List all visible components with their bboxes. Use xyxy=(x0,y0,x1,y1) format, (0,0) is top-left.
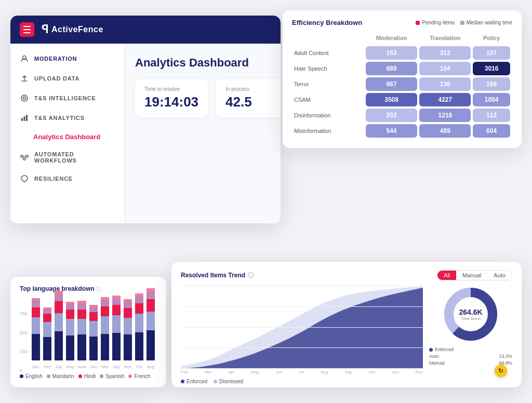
sidebar-item-ts-intelligence[interactable]: T&S INTELLIGENCE xyxy=(10,88,124,108)
metric-label-resolve: Time to resolve xyxy=(144,86,198,92)
sidebar-item-automated-workflows[interactable]: AUTOMATED WORKFLOWS xyxy=(10,146,124,169)
eff-row-label-2: Terror xyxy=(294,77,364,91)
lang-dot-2 xyxy=(78,374,82,378)
hamburger-button[interactable] xyxy=(20,22,34,37)
efficiency-table: Moderation Translation Policy Adult Cont… xyxy=(292,33,512,140)
legend-pending: Pending items xyxy=(416,20,455,25)
bar-group-10 xyxy=(147,288,155,360)
x-label-3: May xyxy=(66,365,74,369)
sidebar-resilience-label: RESILIENCE xyxy=(34,176,73,182)
sidebar-moderation-label: MODERATION xyxy=(34,56,77,62)
toggle-auto[interactable]: Auto xyxy=(487,271,512,280)
eff-cell-0-1: 312 xyxy=(419,46,471,60)
sidebar-item-upload[interactable]: UPLOAD DATA xyxy=(10,69,124,88)
lang-legend-item-3: Spanish xyxy=(100,373,124,379)
lang-dot-3 xyxy=(100,374,103,378)
y-label-500: 500 xyxy=(20,330,28,335)
donut-sub: Total items xyxy=(459,316,482,321)
svg-rect-7 xyxy=(26,155,28,157)
efficiency-breakdown-card: Efficiency Breakdown Pending items Media… xyxy=(283,10,522,148)
eff-cell-1-2: 3016 xyxy=(473,62,510,75)
y-label-0: 0 xyxy=(20,368,28,373)
y-label-250: 250 xyxy=(20,349,28,354)
eff-cell-2-2: 168 xyxy=(473,77,510,91)
enforced-label: Enforced xyxy=(187,379,207,384)
svg-rect-3 xyxy=(21,118,23,121)
donut-auto-label: Auto xyxy=(429,354,439,359)
eff-cell-2-0: 867 xyxy=(366,77,418,91)
eff-row-label-0: Adult Content xyxy=(294,46,364,60)
sidebar: MODERATION UPLOAD DATA T xyxy=(10,44,125,223)
eff-cell-4-0: 202 xyxy=(366,109,418,122)
grid-lines xyxy=(181,286,423,369)
svg-point-1 xyxy=(21,95,28,101)
analytics-icon xyxy=(20,113,29,123)
lang-legend-item-0: English xyxy=(20,373,43,379)
main-content: Analytics Dashboard Time to resolve 19:1… xyxy=(125,44,281,223)
bar-group-1 xyxy=(43,307,51,360)
logo-text: ActiveFence xyxy=(51,25,103,34)
workflows-icon xyxy=(20,153,29,162)
x-label-0: Dec xyxy=(32,365,40,369)
sidebar-workflows-label: AUTOMATED WORKFLOWS xyxy=(34,151,115,164)
eff-cell-4-1: 1218 xyxy=(419,109,471,122)
trend-chart-area: Feb Mar Apr May Jun Jul Aug Sep Oct Nov … xyxy=(181,286,423,379)
lang-dot-1 xyxy=(47,374,50,378)
eff-row-label-5: Misinformation xyxy=(294,124,364,138)
svg-rect-6 xyxy=(21,155,23,157)
resolved-trend-card: Resolved Items Trend i All Manual Auto F… xyxy=(171,262,522,387)
x-labels: DecFebJulyMayJuneJanMarSepNovOctAug xyxy=(30,365,157,369)
bar-group-5 xyxy=(89,305,98,360)
x-label-6: Mar xyxy=(101,365,109,369)
y-label-750: 750 xyxy=(20,311,28,316)
bar-group-6 xyxy=(101,297,109,360)
bar-group-8 xyxy=(124,299,132,360)
eff-cell-3-1: 4227 xyxy=(419,93,471,106)
resilience-icon xyxy=(20,174,29,183)
donut-auto-pct: 13.2% xyxy=(499,354,512,359)
language-breakdown-card: Top language breakdown ⓘ 750 500 250 0 D… xyxy=(10,277,166,387)
trend-right-panel: 264.6K Total items Enforced Auto 13.2% M… xyxy=(429,286,512,379)
sidebar-item-moderation[interactable]: MODERATION xyxy=(10,49,124,69)
bar-group-7 xyxy=(112,295,121,360)
lang-dot-0 xyxy=(20,374,23,378)
dismissed-dot xyxy=(214,380,217,383)
eff-cell-5-1: 489 xyxy=(419,124,471,138)
eff-cell-1-1: 104 xyxy=(419,62,471,75)
col-moderation: Moderation xyxy=(366,35,418,44)
svg-rect-8 xyxy=(23,158,25,160)
enforced-dot xyxy=(181,380,184,383)
toggle-manual[interactable]: Manual xyxy=(456,271,487,280)
bar-group-0 xyxy=(32,298,40,360)
pending-dot xyxy=(416,21,420,25)
upload-icon xyxy=(20,74,29,83)
eff-cell-5-0: 544 xyxy=(366,124,418,138)
language-legend: EnglishMandarinHindiSpanishFrench xyxy=(20,373,157,379)
page-title: Analytics Dashboard xyxy=(135,56,281,70)
app-body: MODERATION UPLOAD DATA T xyxy=(10,44,281,223)
bar-group-3 xyxy=(66,302,74,360)
logo-icon: ꟼ xyxy=(42,23,48,36)
sidebar-item-ts-analytics[interactable]: T&S ANALYTICS xyxy=(10,108,124,128)
donut-manual-label: Manual xyxy=(429,360,445,366)
lang-title: Top language breakdown ⓘ xyxy=(20,285,157,293)
lang-legend-item-1: Mandarin xyxy=(47,373,74,379)
legend-enforced: Enforced xyxy=(181,379,207,384)
donut-legend-enforced: Enforced xyxy=(429,347,512,352)
trend-title: Resolved Items Trend i xyxy=(181,272,254,279)
trend-card-header: Resolved Items Trend i All Manual Auto xyxy=(181,270,512,280)
bar-chart xyxy=(30,298,157,360)
metric-value-process: 42.5 xyxy=(225,94,274,110)
toggle-all[interactable]: All xyxy=(437,271,456,280)
sidebar-item-resilience[interactable]: RESILIENCE xyxy=(10,169,124,189)
trend-chart-legend: Enforced Dismissed xyxy=(181,379,423,384)
sidebar-item-analytics-dashboard[interactable]: Analytics Dashboard xyxy=(10,128,124,146)
toggle-group[interactable]: All Manual Auto xyxy=(437,270,512,280)
cursor-indicator: ↻ xyxy=(495,365,507,377)
intelligence-icon xyxy=(20,93,29,103)
metric-card-resolve-time: Time to resolve 19:14:03 xyxy=(135,79,208,117)
logo: ꟼ ActiveFence xyxy=(42,23,103,36)
x-label-1: Feb xyxy=(43,365,51,369)
x-label-10: Aug xyxy=(147,365,155,369)
x-label-9: Oct xyxy=(135,365,143,369)
